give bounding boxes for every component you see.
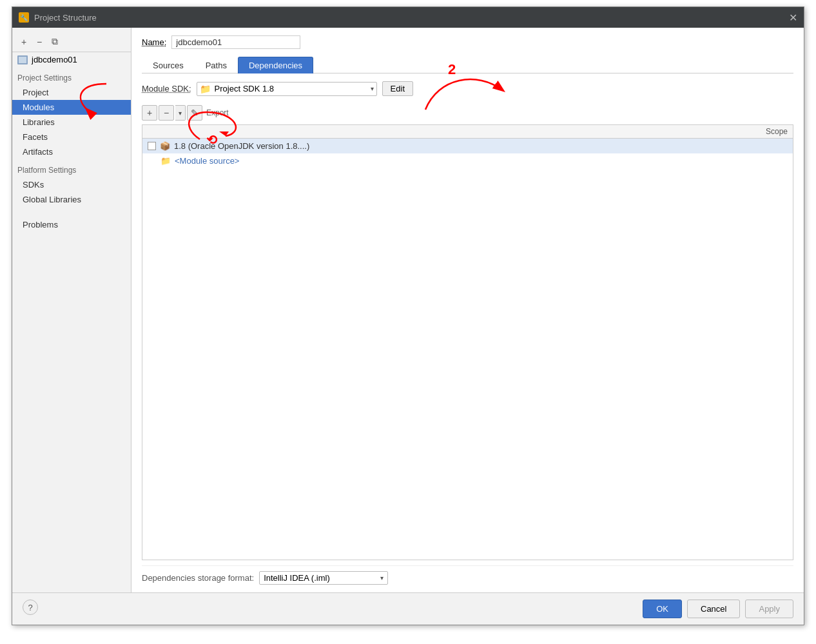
sidebar-item-artifacts[interactable]: Artifacts: [12, 144, 131, 159]
apply-button[interactable]: Apply: [745, 600, 793, 618]
dep-jdk-text: 1.8 (Oracle OpenJDK version 1.8....): [174, 141, 788, 151]
tabs-bar: Sources Paths Dependencies: [142, 57, 793, 73]
export-label: Export: [206, 108, 229, 117]
dep-toolbar: + − ▾ ✎ Export: [142, 104, 793, 122]
tab-sources[interactable]: Sources: [142, 57, 195, 73]
close-button[interactable]: ✕: [789, 12, 797, 24]
dep-col-name: [148, 127, 723, 136]
sdk-dropdown[interactable]: 📁 Project SDK 1.8 ▾: [197, 82, 377, 96]
sidebar-item-problems[interactable]: Problems: [12, 217, 131, 232]
dep-row-jdk[interactable]: 📦 1.8 (Oracle OpenJDK version 1.8....): [142, 139, 793, 153]
title-bar-left: 🔧 Project Structure: [19, 12, 97, 23]
sidebar-item-global-libraries[interactable]: Global Libraries: [12, 192, 131, 207]
copy-module-button[interactable]: ⧉: [48, 35, 61, 48]
sidebar-item-libraries[interactable]: Libraries: [12, 115, 131, 130]
sidebar-item-modules[interactable]: Modules: [12, 100, 131, 115]
tab-paths[interactable]: Paths: [195, 57, 238, 73]
dep-toolbar-container: + − ▾ ✎ Export ⟲: [142, 104, 793, 122]
dep-table: Scope 📦 1.8 (Oracle OpenJDK version 1.8.…: [142, 124, 793, 560]
module-item-jdbcdemo01[interactable]: jdbcdemo01: [12, 52, 131, 67]
project-structure-dialog: 🔧 Project Structure ✕ + − ⧉ jdbcdemo01 P…: [12, 6, 804, 625]
sdk-label: Module SDK:: [142, 84, 191, 93]
dep-dropdown-button[interactable]: ▾: [175, 105, 186, 121]
storage-row: Dependencies storage format: IntelliJ ID…: [142, 565, 793, 585]
storage-label: Dependencies storage format:: [142, 573, 254, 583]
help-button[interactable]: ?: [23, 600, 38, 615]
edit-dep-button[interactable]: ✎: [187, 105, 202, 121]
remove-dep-button[interactable]: −: [159, 105, 174, 121]
main-content: Name: Sources Paths Dependencies Module …: [131, 28, 804, 592]
cancel-button[interactable]: Cancel: [687, 600, 740, 618]
dialog-body: + − ⧉ jdbcdemo01 Project Settings Projec…: [12, 28, 804, 592]
dialog-footer: ? OK Cancel Apply: [12, 592, 804, 625]
dep-col-scope: Scope: [723, 127, 788, 136]
dialog-title: Project Structure: [34, 13, 97, 23]
sidebar-toolbar: + − ⧉: [12, 32, 131, 52]
sidebar-item-project[interactable]: Project: [12, 85, 131, 100]
edit-sdk-button[interactable]: Edit: [382, 81, 413, 96]
storage-dropdown[interactable]: IntelliJ IDEA (.iml) ▾: [259, 571, 388, 585]
sidebar-item-facets[interactable]: Facets: [12, 130, 131, 144]
name-row: Name:: [142, 35, 793, 49]
storage-value: IntelliJ IDEA (.iml): [264, 573, 376, 583]
module-name: jdbcdemo01: [32, 55, 77, 64]
sdk-folder-icon: 📁: [200, 84, 211, 94]
dep-table-header: Scope: [142, 125, 793, 139]
ok-button[interactable]: OK: [643, 600, 682, 618]
app-icon: 🔧: [19, 12, 29, 23]
dep-module-source-icon: 📁: [160, 156, 171, 166]
tab-dependencies[interactable]: Dependencies: [238, 57, 313, 73]
remove-module-button[interactable]: −: [33, 35, 46, 48]
module-icon: [17, 55, 28, 64]
name-label: Name:: [142, 37, 166, 47]
add-dep-button[interactable]: +: [142, 105, 157, 121]
sidebar: + − ⧉ jdbcdemo01 Project Settings Projec…: [12, 28, 131, 592]
add-module-button[interactable]: +: [17, 35, 30, 48]
dep-row-module-source[interactable]: 📁 <Module source>: [142, 153, 793, 168]
sidebar-item-sdks[interactable]: SDKs: [12, 177, 131, 192]
sdk-row: Module SDK: 📁 Project SDK 1.8 ▾ Edit 2: [142, 81, 793, 96]
sdk-value: Project SDK 1.8: [215, 84, 367, 93]
name-input[interactable]: [171, 35, 300, 49]
title-bar: 🔧 Project Structure ✕: [12, 7, 804, 28]
project-settings-label: Project Settings: [12, 67, 131, 85]
storage-dropdown-arrow-icon: ▾: [380, 574, 384, 581]
sdk-dropdown-arrow-icon: ▾: [371, 85, 374, 92]
dep-checkbox-jdk[interactable]: [148, 142, 156, 150]
dep-jdk-icon: 📦: [160, 141, 170, 151]
platform-settings-label: Platform Settings: [12, 159, 131, 177]
dep-module-source-text: <Module source>: [175, 156, 239, 166]
